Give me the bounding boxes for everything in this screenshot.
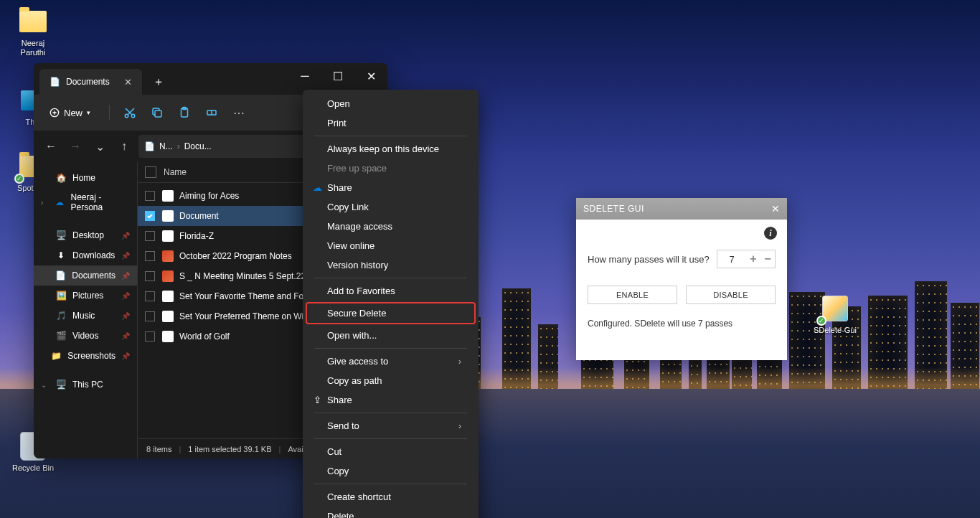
new-button[interactable]: New ▾ [44, 103, 96, 123]
forward-button[interactable]: → [65, 136, 85, 156]
ctx-send-to[interactable]: Send to› [307, 416, 474, 435]
plus-circle-icon [50, 108, 60, 118]
ctx-add-to-favorites[interactable]: Add to Favorites [307, 281, 474, 301]
sidebar-item-screenshots[interactable]: 📁Screenshots📌 [34, 346, 137, 366]
info-icon[interactable]: i [764, 227, 777, 240]
up-button[interactable]: ↑ [114, 136, 134, 156]
file-checkbox[interactable] [145, 251, 155, 261]
passes-spinner: 7 + − [717, 250, 776, 268]
back-button[interactable]: ← [41, 136, 61, 156]
sidebar-icon: 🎵 [55, 310, 67, 321]
disable-button[interactable]: DISABLE [686, 286, 776, 304]
ctx-share[interactable]: ☁Share [307, 178, 474, 197]
file-icon [162, 270, 174, 282]
tab-add-button[interactable]: ＋ [148, 71, 169, 93]
ctx-view-online[interactable]: View online [307, 236, 474, 255]
ctx-secure-delete[interactable]: Secure Delete [306, 302, 476, 324]
chevron-down-icon: ▾ [87, 109, 90, 116]
sidebar-item-desktop[interactable]: 🖥️Desktop📌 [34, 225, 137, 245]
ctx-version-history[interactable]: Version history [307, 255, 474, 275]
tab-documents[interactable]: 📄 Documents ✕ [39, 69, 142, 95]
maximize-button[interactable]: ☐ [321, 63, 354, 89]
status-selected: 1 item selected 39.1 KB [188, 445, 271, 453]
file-icon [162, 190, 174, 202]
chevron-right-icon: › [458, 356, 461, 367]
chevron-right-icon: › [458, 420, 461, 431]
sidebar-icon: ⬇ [55, 250, 67, 261]
ctx-create-shortcut[interactable]: Create shortcut [307, 487, 474, 507]
file-icon [162, 331, 174, 342]
svg-point-1 [125, 114, 128, 118]
desktop-icon-sdelete-gui[interactable]: ✓ SDelete-Gui [811, 293, 859, 335]
sdelete-titlebar[interactable]: SDELETE GUI ✕ [576, 198, 787, 220]
enable-button[interactable]: ENABLE [588, 286, 677, 304]
tab-doc-icon: 📄 [50, 77, 60, 87]
sidebar-icon: 🖼️ [55, 290, 67, 301]
paste-button[interactable] [177, 105, 192, 120]
more-button[interactable]: ⋯ [232, 105, 246, 120]
ctx-print[interactable]: Print [307, 113, 474, 133]
ctx-manage-access[interactable]: Manage access [307, 217, 474, 236]
minimize-button[interactable]: ─ [288, 63, 321, 89]
sidebar-item-pictures[interactable]: 🖼️Pictures📌 [34, 286, 137, 306]
ctx-share[interactable]: ⇪Share [307, 390, 474, 410]
file-icon [162, 250, 174, 262]
svg-point-2 [131, 114, 135, 118]
cut-button[interactable] [123, 105, 137, 120]
select-all-checkbox[interactable] [145, 166, 156, 178]
file-name: Set Your Favorite Theme and Fo [179, 291, 303, 301]
desktop-icon-neeraj-folder[interactable]: Neeraj Paruthi [9, 6, 57, 57]
sidebar-item-documents[interactable]: 📄Documents📌 [34, 265, 137, 286]
context-menu: OpenPrintAlways keep on this deviceFree … [303, 90, 479, 518]
name-column[interactable]: Name [164, 167, 187, 177]
ctx-open[interactable]: Open [307, 94, 474, 113]
ctx-always-keep-on-this-device[interactable]: Always keep on this device [307, 139, 474, 159]
file-checkbox[interactable] [145, 271, 155, 281]
pin-icon: 📌 [121, 352, 130, 360]
ctx-delete[interactable]: Delete [307, 507, 474, 518]
cloud-icon: ☁ [311, 182, 323, 194]
recent-button[interactable]: ⌄ [90, 136, 110, 156]
folder-icon [19, 11, 47, 32]
file-name: October 2022 Program Notes [179, 251, 292, 261]
ctx-give-access-to[interactable]: Give access to› [307, 352, 474, 371]
sidebar-icon: 🎬 [55, 330, 67, 342]
file-icon [162, 210, 174, 222]
file-checkbox[interactable] [145, 231, 155, 241]
tab-close-icon[interactable]: ✕ [124, 77, 132, 88]
ctx-copy-as-path[interactable]: Copy as path [307, 371, 474, 390]
sidebar-item-downloads[interactable]: ⬇Downloads📌 [34, 245, 137, 265]
copy-button[interactable] [150, 105, 164, 120]
file-icon [162, 291, 174, 302]
file-checkbox[interactable] [145, 191, 155, 201]
file-name: Florida-Z [179, 231, 214, 241]
sidebar-home[interactable]: 🏠Home [34, 168, 137, 188]
file-name: Document [179, 211, 219, 221]
breadcrumb-1[interactable]: Docu... [184, 141, 212, 151]
ctx-open-with-[interactable]: Open with... [307, 326, 474, 345]
sidebar-onedrive[interactable]: ›☁Neeraj - Persona [34, 188, 137, 217]
breadcrumb-0[interactable]: N... [159, 141, 173, 151]
file-name: Set Your Preferred Theme on Wi [179, 311, 303, 321]
app-icon [822, 296, 848, 321]
file-checkbox[interactable] [145, 331, 155, 342]
spinner-down[interactable]: − [760, 253, 775, 265]
ctx-copy-link[interactable]: Copy Link [307, 197, 474, 217]
close-button[interactable]: ✕ [354, 63, 387, 89]
spinner-up[interactable]: + [746, 253, 760, 265]
pin-icon: 📌 [121, 252, 130, 260]
sidebar-icon: 📄 [55, 270, 67, 281]
pin-icon: 📌 [121, 272, 130, 280]
sidebar-item-music[interactable]: 🎵Music📌 [34, 306, 137, 326]
close-icon[interactable]: ✕ [771, 203, 781, 215]
passes-value[interactable]: 7 [717, 254, 746, 265]
rename-button[interactable] [204, 105, 219, 120]
sidebar-item-videos[interactable]: 🎬Videos📌 [34, 326, 137, 346]
file-checkbox[interactable] [145, 291, 155, 301]
ctx-copy[interactable]: Copy [307, 461, 474, 481]
file-checkbox[interactable] [145, 311, 155, 321]
sdelete-prompt: How many passes will it use? [588, 254, 710, 265]
sidebar-thispc[interactable]: ⌄🖥️This PC [34, 375, 137, 395]
ctx-cut[interactable]: Cut [307, 442, 474, 461]
file-checkbox[interactable] [145, 211, 155, 221]
